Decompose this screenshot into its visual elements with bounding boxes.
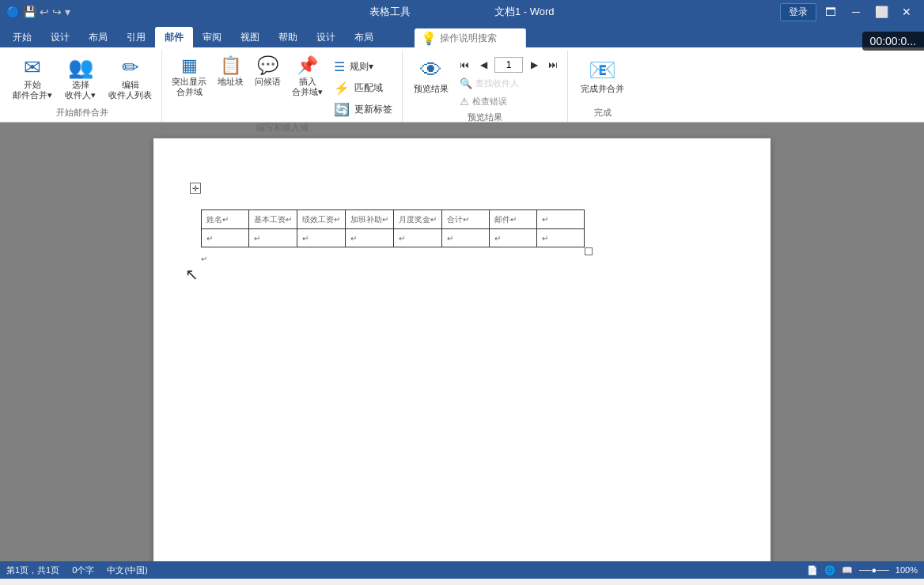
highlight-merge-icon: ▦ [181, 57, 198, 74]
finish-merge-label: 完成并合并 [581, 83, 624, 94]
edit-recipients-icon: ✏ [122, 57, 139, 77]
nav-next-button[interactable]: ▶ [526, 57, 542, 73]
insert-field-icon: 📌 [297, 57, 318, 74]
finish-merge-button[interactable]: 📧 完成并合并 [573, 54, 632, 97]
group-write-insert-content: ▦ 突出显示合并域 📋 地址块 💬 问候语 📌 插入合并域▾ [167, 51, 397, 119]
window-close[interactable]: ✕ [896, 4, 918, 20]
tab-design-table[interactable]: 设计 [307, 27, 345, 47]
group-preview: 👁 预览结果 ⏮ ◀ ▶ ⏭ 🔍 查找收件人 ⚠ 检查错误 [403, 51, 568, 122]
preview-results-icon: 👁 [420, 57, 442, 83]
group-start-merge-content: ✉ 开始 邮件合并▾ 👥 选择 收件人▾ ✏ 编辑 [8, 51, 157, 104]
table-header-row: 姓名↵ 基本工资↵ 绩效工资↵ 加班补助↵ 月度奖金↵ 合计↵ 邮件↵ ↵ [202, 210, 585, 229]
col-extra: ↵ [537, 210, 585, 229]
tab-design-doc[interactable]: 设计 [41, 27, 79, 47]
group-finish: 📧 完成并合并 完成 [568, 51, 637, 122]
nav-page-input[interactable] [494, 57, 523, 73]
title-label: 文档1 - Word [494, 5, 555, 19]
col-email: 邮件↵ [490, 210, 537, 229]
cursor-indicator: ↖ [185, 265, 199, 284]
window-restore[interactable]: ⬜ [870, 4, 892, 20]
nav-first-button[interactable]: ⏮ [456, 57, 472, 73]
tab-layout-doc[interactable]: 布局 [79, 27, 117, 47]
view-mode-read[interactable]: 📖 [842, 565, 853, 576]
document-area[interactable]: ✛ 姓名↵ 基本工资↵ 绩效工资↵ 加班补助↵ 月度奖金↵ 合计↵ 邮件↵ ↵ … [0, 123, 924, 561]
rules-icon: ☰ [334, 59, 345, 74]
tab-review[interactable]: 审阅 [193, 27, 231, 47]
start-merge-icon: ✉ [24, 57, 41, 77]
col-performance: 绩效工资↵ [297, 210, 346, 229]
col-name: 姓名↵ [202, 210, 249, 229]
zoom-level: 100% [896, 565, 918, 575]
find-recipient-icon: 🔍 [460, 77, 472, 89]
data-base-salary-cell: ↵ [249, 229, 297, 247]
tab-help[interactable]: 帮助 [269, 27, 307, 47]
title-bar-left: 🔵 💾 ↩ ↪ ▾ [6, 6, 70, 18]
nav-prev-button[interactable]: ◀ [475, 57, 491, 73]
document-page[interactable]: ✛ 姓名↵ 基本工资↵ 绩效工资↵ 加班补助↵ 月度奖金↵ 合计↵ 邮件↵ ↵ … [153, 138, 771, 561]
tab-mailings[interactable]: 邮件 [155, 27, 193, 47]
table-data-row: ↵ ↵ ↵ ↵ ↵ ↵ ↵ ↵ [202, 229, 585, 247]
quick-access-undo[interactable]: ↩ [40, 6, 49, 18]
finish-merge-icon: 📧 [589, 57, 616, 83]
table-container: ✛ 姓名↵ 基本工资↵ 绩效工资↵ 加班补助↵ 月度奖金↵ 合计↵ 邮件↵ ↵ … [201, 194, 585, 247]
write-insert-left: ▦ 突出显示合并域 📋 地址块 💬 问候语 📌 插入合并域▾ [167, 54, 328, 100]
select-recipients-button[interactable]: 👥 选择 收件人▾ [60, 54, 100, 104]
table-move-handle[interactable]: ✛ [190, 183, 201, 194]
data-total-cell: ↵ [442, 229, 490, 247]
group-start-merge: ✉ 开始 邮件合并▾ 👥 选择 收件人▾ ✏ 编辑 [3, 51, 162, 122]
tab-view[interactable]: 视图 [231, 27, 269, 47]
start-merge-label: 开始 邮件合并▾ [13, 80, 52, 100]
preview-results-button[interactable]: 👁 预览结果 [409, 54, 453, 98]
search-bar: 💡 [415, 28, 526, 47]
timer-overlay: 00:00:0... [862, 32, 924, 51]
view-mode-web[interactable]: 🌐 [824, 565, 835, 576]
window-ribbon-toggle[interactable]: 🗖 [820, 4, 842, 20]
col-total: 合计↵ [442, 210, 490, 229]
highlight-merge-button[interactable]: ▦ 突出显示合并域 [167, 54, 211, 100]
insert-field-button[interactable]: 📌 插入合并域▾ [287, 54, 328, 100]
tab-home[interactable]: 开始 [3, 27, 41, 47]
edit-recipients-button[interactable]: ✏ 编辑 收件人列表 [104, 54, 157, 104]
group-preview-label: 预览结果 [409, 109, 561, 126]
quick-access-save[interactable]: 💾 [23, 6, 36, 18]
group-preview-content: 👁 预览结果 ⏮ ◀ ▶ ⏭ 🔍 查找收件人 ⚠ 检查错误 [409, 51, 561, 109]
address-block-button[interactable]: 📋 地址块 [213, 54, 248, 100]
quick-access-redo[interactable]: ↪ [52, 6, 62, 18]
tab-references[interactable]: 引用 [117, 27, 155, 47]
data-email-cell: ↵ [490, 229, 537, 247]
status-bar-right: 📄 🌐 📖 ──●── 100% [807, 565, 918, 576]
greeting-line-button[interactable]: 💬 问候语 [250, 54, 286, 100]
timer-value: 00:00:0... [870, 35, 916, 47]
check-errors-button[interactable]: ⚠ 检查错误 [456, 94, 561, 109]
quick-access-dropdown[interactable]: ▾ [65, 6, 70, 18]
edit-recipients-label: 编辑 收件人列表 [108, 80, 152, 100]
highlight-merge-label: 突出显示合并域 [172, 77, 206, 97]
check-errors-icon: ⚠ [460, 96, 469, 108]
search-input[interactable] [440, 32, 519, 43]
rules-button[interactable]: ☰ 规则▾ [329, 57, 397, 77]
view-mode-print[interactable]: 📄 [807, 565, 818, 576]
document-table[interactable]: 姓名↵ 基本工资↵ 绩效工资↵ 加班补助↵ 月度奖金↵ 合计↵ 邮件↵ ↵ ↵ … [201, 209, 585, 247]
write-insert-right: ☰ 规则▾ ⚡ 匹配域 🔄 更新标签 [329, 54, 397, 119]
table-resize-handle[interactable] [585, 247, 593, 255]
login-button[interactable]: 登录 [780, 3, 816, 21]
start-merge-button[interactable]: ✉ 开始 邮件合并▾ [8, 54, 57, 104]
match-fields-icon: ⚡ [334, 81, 350, 96]
update-labels-button[interactable]: 🔄 更新标签 [329, 100, 397, 119]
nav-last-button[interactable]: ⏭ [545, 57, 561, 73]
tab-layout-table[interactable]: 布局 [345, 27, 383, 47]
address-block-label: 地址块 [218, 77, 244, 87]
update-labels-icon: 🔄 [334, 102, 350, 117]
group-write-insert-label: 编写和插入域 [167, 119, 397, 137]
title-bar-right: 登录 🗖 ─ ⬜ ✕ [780, 3, 918, 21]
word-icon: 🔵 [6, 6, 20, 18]
group-start-merge-label: 开始邮件合并 [8, 104, 157, 122]
address-block-icon: 📋 [220, 57, 241, 74]
match-fields-button[interactable]: ⚡ 匹配域 [329, 78, 397, 98]
window-minimize[interactable]: ─ [845, 4, 867, 20]
zoom-slider[interactable]: ──●── [859, 565, 889, 575]
col-bonus: 月度奖金↵ [394, 210, 442, 229]
data-extra-cell: ↵ [537, 229, 585, 247]
post-table-paragraph: ↵ [201, 253, 723, 264]
find-recipient-button[interactable]: 🔍 查找收件人 [456, 76, 561, 91]
